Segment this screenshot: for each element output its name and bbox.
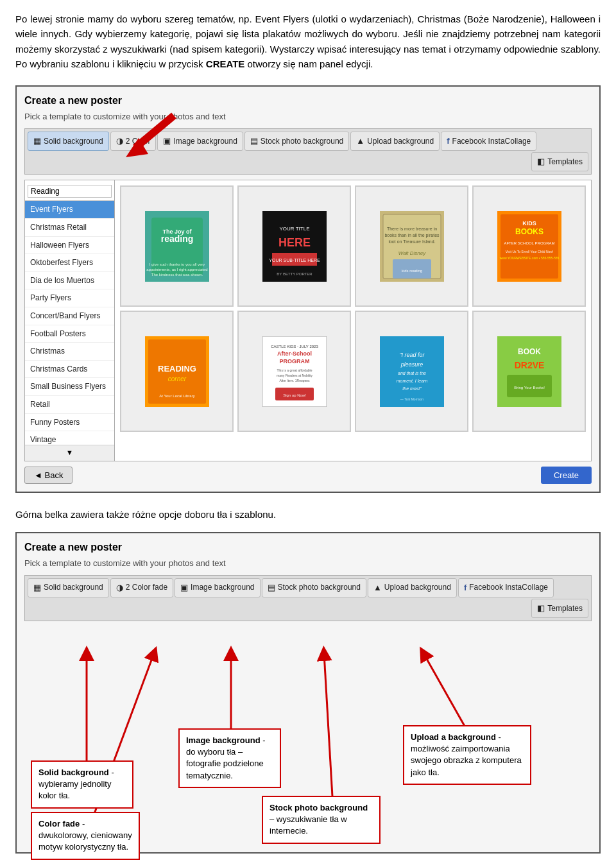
search-input[interactable] (28, 185, 112, 198)
tab-2color[interactable]: ◑ 2 Color (110, 132, 157, 151)
anno-image-bg-title: Image background (186, 735, 261, 745)
thumb-1-img: The Joy of reading I give such thanks to… (145, 211, 209, 282)
panel2-toolbar: ▦ Solid background ◑ 2 Color fade ▣ Imag… (24, 575, 592, 621)
svg-text:READING: READING (158, 364, 196, 373)
anno-solid-bg: Solid background - wybieramy jednolity k… (31, 760, 133, 809)
list-item-event-flyers[interactable]: Event Flyers (25, 201, 114, 219)
tab-stock-photo-label: Stock photo background (261, 135, 343, 148)
list-item-retail[interactable]: Retail (25, 396, 114, 414)
panel1-subtitle: Pick a template to customize with your p… (24, 110, 592, 123)
tab-upload-bg-label: Upload background (367, 135, 434, 148)
p2-facebook-icon: f (464, 581, 466, 594)
svg-text:HERE: HERE (278, 236, 310, 249)
svg-text:After-School: After-School (277, 350, 312, 357)
tab-templates-label: Templates (547, 156, 583, 168)
thumb-4-img: KIDS BOOKS AFTER SCHOOL PROGRAM Visit Us… (497, 211, 561, 282)
tab-facebook[interactable]: f Facebook InstaCollage (441, 132, 536, 151)
p2-tab-image-bg[interactable]: ▣ Image background (175, 578, 260, 597)
create-keyword: CREATE (206, 58, 245, 69)
p2-stock-photo-icon: ▤ (268, 581, 275, 594)
p2-tab-2color[interactable]: ◑ 2 Color fade (110, 578, 173, 597)
anno-solid-bg-title: Solid background (38, 768, 109, 777)
tab-upload-bg[interactable]: ▲ Upload background (350, 132, 440, 151)
svg-text:YOUR SUB-TITLE HERE: YOUR SUB-TITLE HERE (269, 258, 320, 262)
list-item-funny-posters[interactable]: Funny Posters (25, 414, 114, 432)
list-item-christmas[interactable]: Christmas (25, 343, 114, 361)
svg-text:KIDS: KIDS (522, 220, 536, 227)
p2-tab-upload-bg[interactable]: ▲ Upload background (368, 578, 457, 597)
thumb-2[interactable]: YOUR TITLE HERE YOUR SUB-TITLE HERE BY B… (237, 185, 351, 307)
back-button[interactable]: ◄ Back (24, 467, 73, 484)
list-item-vintage[interactable]: Vintage (25, 431, 114, 445)
tab-stock-photo[interactable]: ▤ Stock photo background (244, 132, 349, 151)
solid-bg-icon: ▦ (33, 135, 41, 148)
intro-paragraph: Po lewej stronie mamy do wyboru szereg t… (15, 12, 601, 71)
svg-text:reading: reading (160, 234, 193, 244)
list-item-concert-band[interactable]: Concert/Band Flyers (25, 307, 114, 325)
list-item-christmas-cards[interactable]: Christmas Cards (25, 361, 114, 379)
thumb-8-img: BOOK DR2VE Bring Your Books! (497, 336, 561, 407)
facebook-icon: f (447, 135, 449, 148)
p2-tab-upload-label: Upload background (384, 581, 451, 594)
sidebar-scroll-down[interactable]: ▼ (25, 445, 114, 460)
tab-image-bg-label: Image background (173, 135, 237, 148)
tab-facebook-label: Facebook InstaCollage (452, 135, 531, 148)
p2-templates-icon: ◧ (537, 602, 545, 615)
tab-templates[interactable]: ◧ Templates (531, 152, 588, 171)
p2-tab-facebook[interactable]: f Facebook InstaCollage (458, 578, 554, 597)
p2-tab-stock-label: Stock photo background (278, 581, 361, 594)
panel1-footer: ◄ Back Create (24, 467, 592, 484)
tab-solid-bg[interactable]: ▦ Solid background (28, 132, 109, 151)
stock-photo-icon: ▤ (250, 135, 258, 148)
list-item-football-posters[interactable]: Football Posters (25, 325, 114, 343)
list-item-christmas-retail[interactable]: Christmas Retail (25, 219, 114, 237)
p2-tab-solid-bg[interactable]: ▦ Solid background (28, 578, 109, 597)
svg-text:DR2VE: DR2VE (514, 360, 544, 370)
thumb-3[interactable]: There is more treasure in books than in … (355, 185, 468, 307)
anno-upload-bg: Upload a background - możliwość zaimport… (403, 725, 531, 785)
p2-tab-stock-photo[interactable]: ▤ Stock photo background (262, 578, 366, 597)
p2-tab-templates[interactable]: ◧ Templates (531, 599, 588, 618)
panel2-subtitle: Pick a template to customize with your p… (24, 557, 592, 570)
middle-paragraph: Górna belka zawiera także różne opcje do… (15, 507, 601, 522)
arrows-diagram: Solid background - wybieramy jednolity k… (24, 629, 592, 847)
tab-solid-bg-label: Solid background (44, 135, 103, 148)
p2-image-bg-icon: ▣ (180, 581, 188, 594)
category-list: Event Flyers Christmas Retail Halloween … (25, 201, 114, 445)
anno-color-fade-title: Color fade (38, 819, 80, 828)
svg-text:books than in all the pirates: books than in all the pirates (384, 233, 440, 238)
poster-panel-1: Create a new poster Pick a template to c… (15, 85, 601, 493)
svg-text:"I read for: "I read for (399, 352, 425, 358)
list-item-small-business[interactable]: Small Business Flyers (25, 378, 114, 396)
tab-image-bg[interactable]: ▣ Image background (157, 132, 243, 151)
tab-2color-label: 2 Color (126, 135, 151, 148)
svg-text:Walt Disney: Walt Disney (398, 250, 426, 256)
svg-text:BOOK: BOOK (518, 347, 541, 356)
svg-text:and that is the: and that is the (398, 371, 426, 375)
image-bg-icon: ▣ (163, 135, 171, 148)
thumb-5[interactable]: READING corner At Your Local Library (120, 311, 234, 432)
svg-text:Sign up Now!: Sign up Now! (283, 393, 306, 397)
thumbnail-grid: The Joy of reading I give such thanks to… (115, 180, 591, 437)
list-item-party-flyers[interactable]: Party Flyers (25, 289, 114, 307)
create-button[interactable]: Create (541, 467, 592, 484)
main-content-area: Event Flyers Christmas Retail Halloween … (24, 180, 592, 461)
thumb-6[interactable]: CASTLE KIDS - JULY 2023 After-School PRO… (237, 311, 351, 432)
thumb-7[interactable]: "I read for pleasure and that is the mom… (355, 311, 468, 432)
svg-line-61 (324, 653, 334, 818)
svg-text:Visit Us To Enroll Your Child : Visit Us To Enroll Your Child Now! (505, 250, 553, 253)
thumb-8[interactable]: BOOK DR2VE Bring Your Books! (472, 311, 586, 432)
p2-upload-icon: ▲ (373, 581, 382, 594)
svg-text:corner: corner (167, 375, 186, 382)
svg-text:Bring Your Books!: Bring Your Books! (514, 386, 545, 390)
list-item-dia-de-los-muertos[interactable]: Dia de los Muertos (25, 272, 114, 290)
svg-text:pleasure: pleasure (400, 361, 423, 368)
thumb-4[interactable]: KIDS BOOKS AFTER SCHOOL PROGRAM Visit Us… (472, 185, 586, 307)
list-item-oktoberfest[interactable]: Oktoberfest Flyers (25, 254, 114, 272)
thumb-1[interactable]: The Joy of reading I give such thanks to… (120, 185, 234, 307)
list-item-halloween-flyers[interactable]: Halloween Flyers (25, 237, 114, 255)
svg-text:— Toni Morrison: — Toni Morrison (400, 397, 424, 401)
svg-text:CASTLE KIDS - JULY 2023: CASTLE KIDS - JULY 2023 (271, 345, 318, 348)
svg-rect-4 (151, 218, 203, 275)
panel2-title: Create a new poster (24, 540, 592, 556)
